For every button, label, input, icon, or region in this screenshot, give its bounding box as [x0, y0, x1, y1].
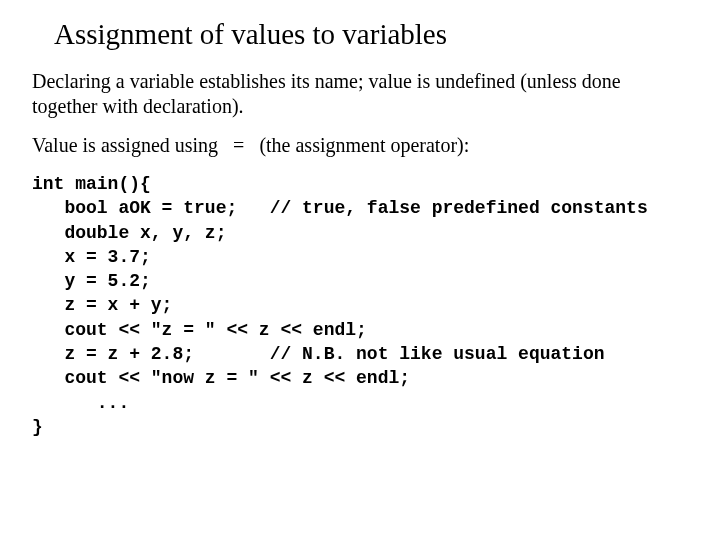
assignment-text-pre: Value is assigned using — [32, 134, 218, 156]
paragraph-assignment-operator: Value is assigned using = (the assignmen… — [32, 133, 688, 158]
slide-title: Assignment of values to variables — [54, 18, 688, 51]
assignment-text-post: (the assignment operator): — [259, 134, 469, 156]
equals-sign: = — [233, 133, 244, 158]
code-block: int main(){ bool aOK = true; // true, fa… — [32, 172, 688, 439]
slide-container: Assignment of values to variables Declar… — [0, 0, 720, 457]
paragraph-declaration: Declaring a variable establishes its nam… — [32, 69, 688, 119]
